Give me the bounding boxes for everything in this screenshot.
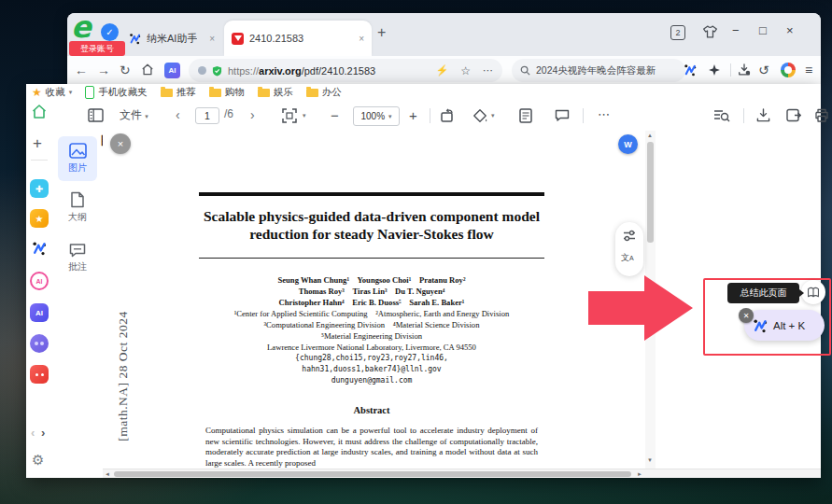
recently-closed-icon[interactable]: ↺	[758, 63, 769, 77]
scroll-right-icon[interactable]: ►	[637, 471, 642, 477]
bookmark-folder-office[interactable]: 办公	[306, 86, 342, 99]
close-button[interactable]: ×	[786, 23, 794, 37]
divider	[430, 108, 430, 123]
panel-tab-annotations[interactable]: 批注	[58, 235, 97, 280]
prev-page-icon[interactable]: ‹	[176, 107, 180, 122]
flash-icon[interactable]: ⚡	[436, 65, 449, 76]
print-icon[interactable]	[814, 108, 829, 122]
back-icon[interactable]: ←	[75, 63, 88, 77]
horizontal-scrollbar[interactable]: ◄ ►	[103, 469, 821, 478]
panel-tab-images[interactable]: 图片	[58, 136, 97, 181]
app-icon-ai-plus[interactable]: AI	[30, 272, 49, 290]
forward-icon[interactable]: →	[97, 63, 110, 77]
more-dots-icon[interactable]: ⋯	[483, 65, 493, 76]
settings-gear-icon[interactable]: ⚙	[32, 452, 44, 469]
app-icon-favorites-star[interactable]: ★	[30, 209, 49, 228]
fit-mode-icon[interactable]	[282, 108, 297, 123]
next-page-icon[interactable]: ›	[250, 107, 255, 122]
panel-toggle-icon[interactable]	[88, 108, 104, 122]
bookmark-folder-shopping[interactable]: 购物	[209, 86, 245, 99]
comment-icon[interactable]	[555, 108, 570, 122]
browser-logo[interactable]: e	[71, 9, 92, 45]
vertical-scroll-thumb[interactable]	[647, 142, 654, 243]
bookmark-star-icon[interactable]: ☆	[460, 65, 471, 77]
bookmark-mobile-folder[interactable]: 手机收藏夹	[85, 86, 148, 99]
save-as-icon[interactable]	[786, 108, 801, 122]
collapse-left-icon[interactable]: ‹	[31, 426, 35, 440]
nano-ai-toolbar-icon[interactable]	[684, 63, 697, 77]
pdf-icon	[232, 33, 244, 45]
search-document-icon[interactable]	[713, 108, 730, 123]
outline-doc-icon	[70, 191, 85, 208]
site-info-icon[interactable]	[198, 66, 206, 75]
floating-tool-pill: 文A	[615, 222, 643, 276]
ai-shortcut-pill[interactable]: Alt + K	[744, 310, 825, 341]
maximize-button[interactable]: □	[759, 23, 767, 37]
app-icon-game-helper[interactable]: ✚	[30, 179, 49, 198]
screen: e ✓ 纳米AI助手 × 2410.21583 × + 2 − □ × 登录账号	[0, 0, 832, 504]
quick-search-box[interactable]: 2024央视跨年晚会阵容最新	[512, 59, 685, 82]
menu-icon[interactable]: ≡	[805, 63, 812, 77]
zoom-out-icon[interactable]: −	[331, 107, 339, 123]
security-shield-icon[interactable]	[212, 65, 222, 77]
app-icon-owl[interactable]	[30, 334, 49, 353]
extensions-icon[interactable]	[708, 63, 721, 77]
reload-icon[interactable]: ↻	[120, 63, 131, 77]
downloads-icon[interactable]	[738, 63, 751, 77]
collapse-right-icon[interactable]: ›	[41, 426, 45, 440]
wheel-logo-icon[interactable]	[781, 63, 796, 77]
tab-close-icon[interactable]: ×	[359, 34, 364, 44]
panel-tab-outline[interactable]: 大纲	[58, 185, 97, 230]
scroll-left-icon[interactable]: ◄	[105, 471, 110, 477]
word-convert-button[interactable]: W	[618, 134, 638, 154]
chevron-down-icon[interactable]: ▾	[491, 112, 495, 119]
scroll-down-icon[interactable]: ▼	[647, 457, 653, 463]
tab-pdf[interactable]: 2410.21583 ×	[224, 21, 372, 56]
skin-theme-icon[interactable]	[702, 24, 718, 39]
panel-close-icon[interactable]: ×	[110, 133, 131, 154]
app-icon-ai[interactable]: AI	[30, 303, 49, 322]
new-tab-button[interactable]: +	[377, 25, 386, 40]
file-menu[interactable]: 文件 ▾	[120, 107, 148, 123]
notes-icon[interactable]	[519, 108, 532, 123]
app-icon-gamepad[interactable]	[30, 365, 49, 384]
address-bar[interactable]: https://arxiv.org/pdf/2410.21583 ⚡ ☆ ⋯	[189, 59, 502, 82]
nav-bar: ← → ↻ AI https://arxiv.org/pdf/2410.2158…	[67, 56, 821, 85]
panel-tab-label: 批注	[68, 260, 87, 273]
chevron-down-icon[interactable]: ▾	[303, 112, 306, 119]
home-icon[interactable]	[141, 63, 154, 76]
dismiss-pill-icon[interactable]: ✕	[739, 308, 754, 323]
bookmark-folder-entertainment[interactable]: 娱乐	[258, 86, 293, 99]
browser-window-body: ★ 收藏 ▾ 手机收藏夹 推荐 购物 娱乐 办公	[26, 84, 821, 478]
tab-count-badge[interactable]: 2	[670, 25, 685, 40]
pdf-home-icon[interactable]	[31, 104, 48, 119]
ai-nav-icon[interactable]: AI	[164, 63, 180, 78]
sidebar-add-button[interactable]: +	[33, 134, 42, 153]
page-number-input[interactable]	[195, 107, 219, 124]
scroll-up-icon[interactable]: ▲	[647, 133, 653, 138]
bookmark-folder-recommend[interactable]: 推荐	[161, 86, 196, 99]
app-icon-nano-ai[interactable]	[32, 241, 47, 256]
horizontal-scroll-thumb[interactable]	[114, 471, 631, 477]
red-arrow-annotation	[588, 273, 697, 344]
rotate-icon[interactable]	[440, 108, 456, 123]
tab-close-icon[interactable]: ×	[209, 34, 215, 44]
folder-icon	[209, 89, 221, 97]
translate-icon[interactable]: 文A	[621, 252, 634, 264]
download-pdf-icon[interactable]	[756, 108, 770, 122]
zoom-in-icon[interactable]: +	[409, 107, 417, 123]
adjust-sliders-icon[interactable]	[623, 230, 636, 242]
reading-mode-button[interactable]	[801, 280, 825, 304]
tab-ai-assistant[interactable]: 纳米AI助手 ×	[121, 21, 222, 56]
app-sidebar: + ✚ ★ AI AI ‹ › ⚙	[26, 101, 53, 478]
zoom-level-select[interactable]: 100%▾	[353, 106, 400, 126]
search-query-text: 2024央视跨年晚会阵容最新	[536, 64, 656, 77]
folder-icon	[161, 89, 173, 97]
bookmark-favorites[interactable]: ★ 收藏 ▾	[32, 86, 72, 99]
login-badge[interactable]: 登录账号	[69, 41, 125, 56]
highlight-bucket-icon[interactable]	[472, 108, 487, 123]
browser-window-top: e ✓ 纳米AI助手 × 2410.21583 × + 2 − □ × 登录账号	[67, 13, 821, 84]
minimize-button[interactable]: −	[732, 23, 740, 37]
compass-icon[interactable]: ✓	[101, 23, 119, 41]
more-tools-icon[interactable]: ⋯	[598, 107, 610, 121]
